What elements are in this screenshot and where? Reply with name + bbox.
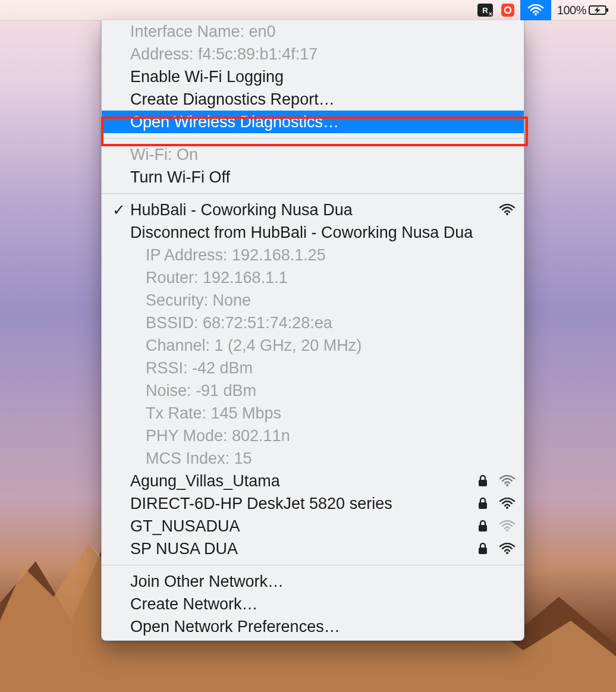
menu-item-join-other-network[interactable]: Join Other Network… xyxy=(102,570,524,593)
menu-item-label: Disconnect from HubBali - Coworking Nusa… xyxy=(130,221,473,244)
menu-separator xyxy=(102,565,524,565)
svg-rect-9 xyxy=(479,480,487,486)
info-text: Address: f4:5c:89:b1:4f:17 xyxy=(130,43,318,65)
lock-icon xyxy=(477,542,488,555)
menu-item-label: Create Diagnostics Report… xyxy=(130,88,335,111)
info-tx-rate: Tx Rate: 145 Mbps xyxy=(102,402,524,424)
network-item[interactable]: SP NUSA DUA xyxy=(102,537,524,560)
menu-item-label: Open Wireless Diagnostics… xyxy=(130,111,339,133)
info-rssi: RSSI: -42 dBm xyxy=(102,357,524,379)
menu-item-label: Create Network… xyxy=(130,593,258,615)
menu-separator xyxy=(102,193,524,194)
network-item[interactable]: GT_NUSADUA xyxy=(102,515,524,537)
battery-charging-icon xyxy=(589,5,609,15)
svg-rect-6 xyxy=(606,8,608,12)
svg-point-4 xyxy=(535,13,537,15)
svg-marker-7 xyxy=(595,7,601,14)
wifi-signal-icon xyxy=(499,520,516,532)
info-wifi-status: Wi-Fi: On xyxy=(102,143,524,166)
svg-rect-15 xyxy=(479,548,487,554)
svg-point-8 xyxy=(506,213,508,215)
wifi-icon xyxy=(527,4,544,16)
menu-extra-battery[interactable]: 100% xyxy=(555,0,611,20)
rx-icon: R xyxy=(477,4,493,17)
menu-extra-record[interactable] xyxy=(499,0,517,20)
network-name: GT_NUSADUA xyxy=(130,515,240,537)
menu-item-disconnect[interactable]: Disconnect from HubBali - Coworking Nusa… xyxy=(102,221,524,244)
menu-item-create-diagnostics-report[interactable]: Create Diagnostics Report… xyxy=(102,88,524,111)
svg-rect-13 xyxy=(479,525,487,531)
wifi-signal-icon xyxy=(499,543,516,555)
desktop-wallpaper: R 100% xyxy=(0,0,616,692)
menu-item-enable-wifi-logging[interactable]: Enable Wi-Fi Logging xyxy=(102,65,524,88)
menu-item-open-network-preferences[interactable]: Open Network Preferences… xyxy=(102,615,524,638)
menu-separator xyxy=(102,138,524,139)
svg-point-12 xyxy=(506,507,508,509)
wifi-menu: Interface Name: en0 Address: f4:5c:89:b1… xyxy=(101,20,524,641)
network-name: Agung_Villas_Utama xyxy=(130,470,280,492)
menu-extra-rx[interactable]: R xyxy=(475,0,495,20)
menu-extra-wifi[interactable] xyxy=(520,0,551,20)
checkmark-icon: ✓ xyxy=(112,199,125,221)
network-item[interactable]: DIRECT-6D-HP DeskJet 5820 series xyxy=(102,492,524,515)
menu-item-open-wireless-diagnostics[interactable]: Open Wireless Diagnostics… xyxy=(102,111,524,133)
info-router: Router: 192.168.1.1 xyxy=(102,266,524,289)
menu-item-turn-wifi-off[interactable]: Turn Wi-Fi Off xyxy=(102,166,524,188)
info-noise: Noise: -91 dBm xyxy=(102,379,524,402)
menu-item-label: Open Network Preferences… xyxy=(130,615,340,638)
network-name: DIRECT-6D-HP DeskJet 5820 series xyxy=(130,492,392,515)
svg-point-16 xyxy=(506,552,508,554)
menu-item-label: Join Other Network… xyxy=(130,570,284,593)
record-icon xyxy=(501,4,514,17)
menu-item-label: Turn Wi-Fi Off xyxy=(130,166,230,188)
network-name: SP NUSA DUA xyxy=(130,537,238,560)
svg-point-10 xyxy=(506,484,508,486)
info-interface-name: Interface Name: en0 xyxy=(102,20,524,43)
lock-icon xyxy=(477,520,488,533)
info-mac-address: Address: f4:5c:89:b1:4f:17 xyxy=(102,43,524,65)
wifi-signal-icon xyxy=(499,498,516,509)
battery-percent: 100% xyxy=(557,4,586,17)
info-security: Security: None xyxy=(102,289,524,312)
info-ip-address: IP Address: 192.168.1.25 xyxy=(102,244,524,266)
wifi-signal-icon xyxy=(499,204,516,216)
svg-point-14 xyxy=(506,529,508,531)
connected-network[interactable]: ✓ HubBali - Coworking Nusa Dua xyxy=(102,199,524,221)
info-text: Interface Name: en0 xyxy=(130,20,276,43)
info-mcs-index: MCS Index: 15 xyxy=(102,447,524,470)
network-item[interactable]: Agung_Villas_Utama xyxy=(102,470,524,492)
wifi-signal-icon xyxy=(499,475,516,487)
lock-icon xyxy=(477,474,488,487)
lock-icon xyxy=(477,497,488,510)
menu-item-label: Enable Wi-Fi Logging xyxy=(130,65,284,88)
info-text: Wi-Fi: On xyxy=(130,143,198,166)
svg-rect-11 xyxy=(479,502,487,509)
network-name: HubBali - Coworking Nusa Dua xyxy=(130,199,353,221)
menu-item-create-network[interactable]: Create Network… xyxy=(102,593,524,615)
menu-bar: R 100% xyxy=(0,0,616,21)
info-phy-mode: PHY Mode: 802.11n xyxy=(102,424,524,447)
info-channel: Channel: 1 (2,4 GHz, 20 MHz) xyxy=(102,334,524,357)
info-bssid: BSSID: 68:72:51:74:28:ea xyxy=(102,312,524,334)
svg-point-3 xyxy=(505,7,511,13)
